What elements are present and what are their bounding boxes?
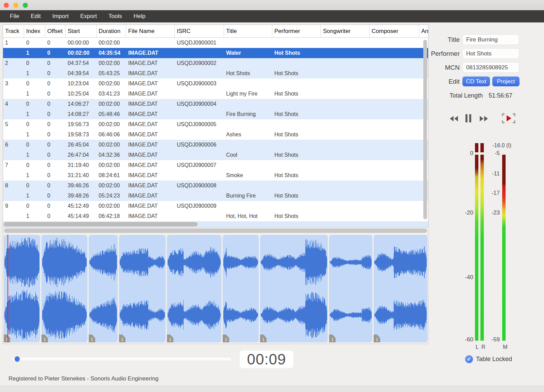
column-header-composer[interactable]: Composer — [370, 25, 419, 37]
table-row[interactable]: 40014:06:2700:02:00IMAGE.DATUSQDJ0900004 — [3, 99, 428, 109]
table-header-row: TrackIndexOffsetStartDurationFile NameIS… — [3, 25, 428, 38]
table-cell: IMAGE.DAT — [126, 48, 175, 58]
table-cell — [272, 79, 321, 89]
column-header-track[interactable]: Track — [3, 25, 24, 37]
table-cell: 00:00:00 — [66, 38, 97, 48]
edit-project-button[interactable]: Project — [492, 76, 520, 86]
table-cell — [175, 150, 224, 160]
seek-slider-track[interactable] — [12, 357, 231, 361]
menu-item-export[interactable]: Export — [74, 10, 103, 22]
title-input[interactable] — [462, 34, 519, 45]
menu-item-help[interactable]: Help — [128, 10, 151, 22]
menu-item-edit[interactable]: Edit — [25, 10, 46, 22]
table-row[interactable]: 1031:21:4008:24:61IMAGE.DATSmokeHot Shot… — [3, 170, 428, 181]
table-cell: 26:45:04 — [66, 140, 97, 150]
clip-indicator-left[interactable] — [475, 143, 478, 152]
table-cell: 0 — [45, 130, 66, 140]
table-row[interactable]: 1004:39:5405:43:25IMAGE.DATHot ShotsHot … — [3, 68, 428, 79]
table-cell: 05:43:25 — [97, 68, 126, 79]
level-meter-left — [475, 155, 478, 341]
column-header-file-name[interactable]: File Name — [126, 25, 175, 37]
table-cell: 8 — [3, 181, 24, 191]
table-cell: 0 — [45, 119, 66, 130]
play-selection-button[interactable] — [501, 112, 516, 124]
table-cell — [321, 170, 370, 181]
table-cell: IMAGE.DAT — [126, 140, 175, 150]
table-cell: 1 — [24, 109, 45, 119]
table-row[interactable]: 60026:45:0400:02:00IMAGE.DATUSQDJ0900006 — [3, 140, 428, 150]
clip-indicator-right[interactable] — [480, 143, 484, 152]
table-cell: USQDJ0900009 — [175, 201, 224, 211]
table-row[interactable]: 70031:19:4000:02:00IMAGE.DATUSQDJ0900007 — [3, 160, 428, 170]
table-locked-checkbox[interactable]: ✓ Table Locked — [465, 355, 512, 363]
column-header-isrc[interactable]: ISRC — [175, 25, 224, 37]
table-cell — [224, 160, 272, 170]
menu-item-tools[interactable]: Tools — [103, 10, 128, 22]
table-cell: 31:21:40 — [66, 170, 97, 181]
rewind-icon — [447, 113, 460, 125]
menu-item-file[interactable]: File — [4, 10, 25, 22]
performer-input[interactable] — [462, 48, 519, 59]
table-row[interactable]: 1010:25:0403:41:23IMAGE.DATLight my Fire… — [3, 89, 428, 99]
table-row[interactable]: 1045:14:4906:42:18IMAGE.DATHot, Hot, Hot… — [3, 211, 428, 221]
column-header-duration[interactable]: Duration — [97, 25, 126, 37]
table-row[interactable]: 1019:58:7306:46:06IMAGE.DATAshesHot Shot… — [3, 130, 428, 140]
table-row[interactable]: 50019:56:7300:02:00IMAGE.DATUSQDJ0900005 — [3, 119, 428, 130]
table-cell — [321, 211, 370, 221]
table-cell: Hot Shots — [272, 211, 321, 221]
table-cell: Smoke — [224, 170, 272, 181]
table-row[interactable]: 1014:08:2705:48:46IMAGE.DATFire BurningH… — [3, 109, 428, 119]
table-cell: 0 — [45, 170, 66, 181]
table-row[interactable]: 90045:12:4900:02:00IMAGE.DATUSQDJ0900009 — [3, 201, 428, 211]
seek-slider-thumb[interactable] — [15, 356, 20, 362]
table-horizontal-scrollbar[interactable] — [4, 222, 198, 226]
table-cell — [321, 48, 370, 58]
edit-cd-text-button[interactable]: CD Text — [462, 76, 490, 86]
close-window-button[interactable] — [4, 3, 9, 8]
column-header-songwriter[interactable]: Songwriter — [321, 25, 370, 37]
table-cell — [321, 79, 370, 89]
table-row[interactable]: 1039:48:2605:24:23IMAGE.DATBurning FireH… — [3, 191, 428, 201]
table-cell — [370, 181, 419, 191]
table-cell — [321, 38, 370, 48]
table-cell — [175, 89, 224, 99]
waveform-scrollbar[interactable] — [4, 228, 427, 233]
table-row[interactable]: 1000:02:0004:35:54IMAGE.DATWaterHot Shot… — [3, 48, 428, 58]
title-field-label: Title — [422, 36, 460, 44]
column-header-performer[interactable]: Performer — [272, 25, 321, 37]
table-row[interactable]: 30010:23:0400:02:00IMAGE.DATUSQDJ0900003 — [3, 79, 428, 89]
table-row[interactable]: 80039:46:2600:02:00IMAGE.DATUSQDJ0900008 — [3, 181, 428, 191]
menu-item-import[interactable]: Import — [47, 10, 74, 22]
meter-scale-label: -60 — [458, 336, 473, 343]
table-row[interactable]: 1026:47:0404:32:36IMAGE.DATCoolHot Shots — [3, 150, 428, 160]
table-cell — [321, 201, 370, 211]
column-header-offset[interactable]: Offset — [45, 25, 66, 37]
table-cell: 04:32:36 — [97, 150, 126, 160]
table-cell — [224, 119, 272, 130]
column-header-arr[interactable]: Arr — [419, 25, 428, 37]
table-row[interactable]: 20004:37:5400:02:00IMAGE.DATUSQDJ0900002 — [3, 58, 428, 68]
table-cell — [370, 201, 419, 211]
edit-label: Edit — [422, 78, 460, 85]
maximize-window-button[interactable] — [23, 3, 28, 8]
rewind-button[interactable] — [447, 113, 460, 125]
playhead-cursor[interactable] — [7, 235, 8, 342]
waveform-display[interactable] — [3, 234, 428, 343]
column-header-title[interactable]: Title — [224, 25, 272, 37]
table-cell: IMAGE.DAT — [126, 58, 175, 68]
minimize-window-button[interactable] — [13, 3, 18, 8]
pause-button[interactable] — [462, 112, 475, 124]
table-cell: Hot Shots — [272, 68, 321, 79]
table-body: 10000:00:0000:02:00USQDJ09000011000:02:0… — [3, 38, 428, 221]
table-row[interactable]: 10000:00:0000:02:00USQDJ0900001 — [3, 38, 428, 48]
meter-channel-label: R — [481, 344, 486, 350]
column-header-index[interactable]: Index — [24, 25, 45, 37]
table-cell — [370, 109, 419, 119]
table-cell: USQDJ0900003 — [175, 79, 224, 89]
column-header-start[interactable]: Start — [66, 25, 97, 37]
table-cell: 0 — [45, 160, 66, 170]
fast-forward-button[interactable] — [478, 113, 490, 125]
mcn-input[interactable] — [462, 62, 519, 73]
meter-scale-label: -20 — [458, 209, 473, 216]
menu-bar: FileEditImportExportToolsHelp — [0, 10, 544, 22]
